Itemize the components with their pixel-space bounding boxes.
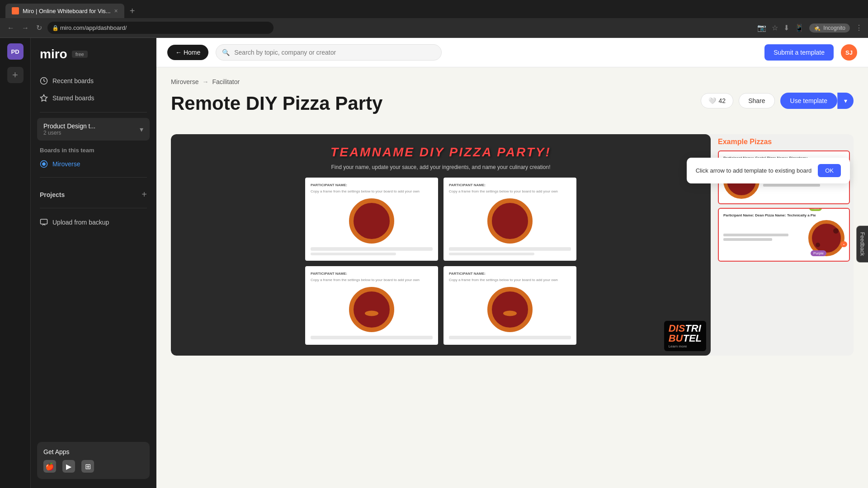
play-store-icon[interactable]: ▶ <box>62 460 75 473</box>
projects-header: Projects + <box>31 183 156 202</box>
sidebar-item-starred-boards[interactable]: Starred boards <box>31 89 156 107</box>
breadcrumb-part2: Facilitator <box>212 78 240 85</box>
pizza-board-title: TeamName DIY Pizza Party! <box>182 145 700 160</box>
apple-app-icon[interactable]: 🍎 <box>43 460 56 473</box>
sidebar-logo-area: miro free <box>31 47 156 72</box>
dist-text: DISTRIBUTEL <box>669 324 702 343</box>
download-icon[interactable]: ⬇ <box>783 23 789 32</box>
incognito-icon: 🕵️ <box>814 25 821 31</box>
sidebar-item-upload-backup[interactable]: Upload from backup <box>31 214 156 231</box>
dist-learn-more[interactable]: Learn more <box>669 344 702 348</box>
rail-avatar: PD <box>7 43 24 60</box>
tab-favicon <box>12 7 19 14</box>
pizza-subtitle: Find your name, update your sauce, add y… <box>182 164 700 170</box>
breadcrumb-arrow: → <box>202 78 208 85</box>
get-apps-panel: Get Apps 🍎 ▶ ⊞ <box>37 442 150 479</box>
sidebar-divider-2 <box>40 177 147 178</box>
add-board-button[interactable]: + <box>7 67 24 83</box>
search-icon: 🔍 <box>222 49 230 56</box>
pizza-slot-4: PARTICIPANT NAME: Copy a frame from the … <box>443 266 576 345</box>
slot1-label: PARTICIPANT NAME: <box>311 183 433 187</box>
side-card2-lines <box>723 234 805 243</box>
browser-actions: 📷 ☆ ⬇ 📱 🕵️ Incognito ⋮ <box>757 23 863 33</box>
active-tab[interactable]: Miro | Online Whiteboard for Vis... × <box>5 4 124 18</box>
miroverse-label: Miroverse <box>52 160 80 168</box>
lock-icon: 🔒 <box>52 25 59 31</box>
use-template-button[interactable]: Use template <box>780 93 837 109</box>
svg-marker-1 <box>41 95 47 101</box>
add-project-button[interactable]: + <box>142 189 147 200</box>
chevron-down-icon: ▾ <box>140 125 143 134</box>
tooltip-ok-button[interactable]: OK <box>818 164 841 177</box>
free-badge: free <box>72 51 88 58</box>
content-area: Miroverse → Facilitator Remote DIY Pizza… <box>156 67 868 488</box>
team-name: Product Design t... <box>43 122 95 130</box>
line5 <box>723 238 772 241</box>
main-header: ← Home 🔍 Submit a template SJ <box>156 38 868 67</box>
slot1-instructions: Copy a frame from the settings below to … <box>311 189 433 195</box>
tooltip-text: Click arrow to add template to existing … <box>696 167 812 174</box>
side-card2-header: Participant Name: Dean Pizza Name: Techn… <box>723 213 844 217</box>
heart-icon: 🤍 <box>708 97 716 104</box>
slot3-instructions: Copy a frame from the settings below to … <box>311 277 433 283</box>
search-input[interactable] <box>216 44 442 61</box>
sidebar-item-miroverse[interactable]: Miroverse <box>31 156 156 172</box>
main-pizza-preview: TeamName DIY Pizza Party! Find your name… <box>171 134 711 356</box>
example-label: Example Pizzas <box>718 138 850 146</box>
slot4-instructions: Copy a frame from the settings below to … <box>449 277 571 283</box>
search-wrap: 🔍 <box>216 44 442 61</box>
slot3-label: PARTICIPANT NAME: <box>311 272 433 276</box>
back-button[interactable]: ← <box>5 22 16 34</box>
user-avatar: SJ <box>841 44 857 61</box>
use-template-dropdown-button[interactable]: ▾ <box>837 93 854 109</box>
left-rail: PD + <box>0 38 31 488</box>
refresh-button[interactable]: ↻ <box>34 22 44 34</box>
feedback-tab[interactable]: Feedback <box>857 226 868 263</box>
clock-icon <box>40 77 48 85</box>
get-apps-title: Get Apps <box>43 448 143 455</box>
home-button[interactable]: ← Home <box>167 45 208 60</box>
svg-point-3 <box>42 163 45 165</box>
slot3-bar <box>311 336 433 339</box>
projects-label: Projects <box>40 191 65 198</box>
camera-off-icon: 📷 <box>757 23 766 32</box>
topping1 <box>833 228 839 234</box>
tab-close-btn[interactable]: × <box>114 7 118 14</box>
pizza-circle-1 <box>349 198 394 244</box>
boards-section-label: Boards in this team <box>31 141 156 156</box>
url-input[interactable] <box>47 22 274 34</box>
pizza-circle-2 <box>487 198 533 244</box>
side-card2-content <box>723 220 844 256</box>
pizza-slot-3: PARTICIPANT NAME: Copy a frame from the … <box>305 266 438 345</box>
app-icons-row: 🍎 ▶ ⊞ <box>43 460 143 473</box>
slot4-bar <box>449 336 571 339</box>
kate-badge: Kate <box>809 208 822 211</box>
breadcrumb-part1: Miroverse <box>171 78 198 85</box>
bookmark-icon[interactable]: ☆ <box>772 23 778 32</box>
sidebar-divider-1 <box>40 112 147 113</box>
devices-icon[interactable]: 📱 <box>795 23 804 32</box>
windows-icon[interactable]: ⊞ <box>81 460 94 473</box>
like-button[interactable]: 🤍 42 <box>701 93 734 108</box>
like-count: 42 <box>719 97 726 104</box>
menu-icon[interactable]: ⋮ <box>855 23 863 32</box>
slot4-label: PARTICIPANT NAME: <box>449 272 571 276</box>
distributed-overlay: DISTRIBUTEL Learn more <box>664 321 706 351</box>
topping2 <box>816 243 820 247</box>
pizza-slot-1: PARTICIPANT NAME: Copy a frame from the … <box>305 178 438 261</box>
slot2-bar2 <box>449 253 534 255</box>
share-button[interactable]: Share <box>739 93 774 108</box>
upload-icon <box>40 218 48 226</box>
tooltip-box: Click arrow to add template to existing … <box>687 158 850 183</box>
forward-button[interactable]: → <box>20 22 31 34</box>
breadcrumb: Miroverse → Facilitator <box>171 78 854 85</box>
new-tab-button[interactable]: + <box>126 4 139 18</box>
team-selector[interactable]: Product Design t... 2 users ▾ <box>37 118 150 141</box>
use-template-group: Use template ▾ <box>780 93 854 109</box>
template-actions: 🤍 42 Share Use template ▾ <box>701 93 854 109</box>
sidebar-item-recent-boards[interactable]: Recent boards <box>31 72 156 89</box>
template-title: Remote DIY Pizza Party <box>171 93 690 114</box>
recent-boards-label: Recent boards <box>52 77 94 84</box>
submit-template-button[interactable]: Submit a template <box>764 44 834 61</box>
slot2-bar <box>449 247 571 251</box>
